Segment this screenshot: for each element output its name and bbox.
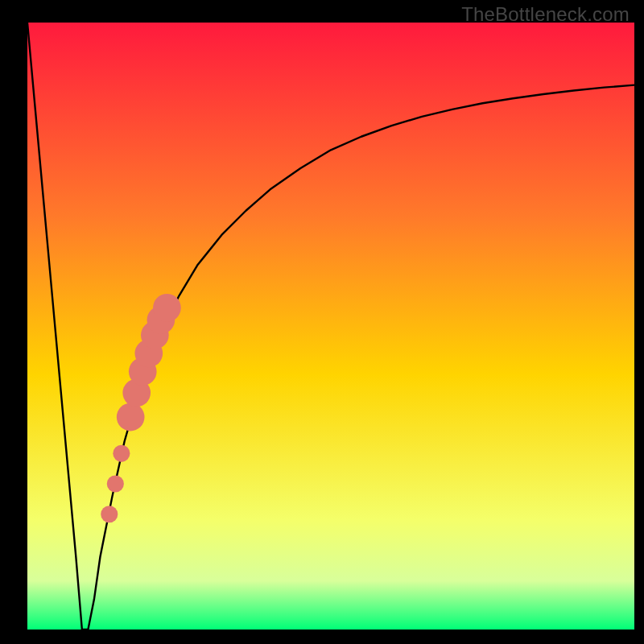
marker-dot — [107, 475, 124, 492]
marker-dot — [117, 403, 145, 431]
bottleneck-chart — [0, 0, 644, 644]
marker-dot — [153, 294, 181, 322]
marker-dot — [101, 506, 118, 522]
chart-frame: TheBottleneck.com — [0, 0, 644, 644]
watermark-text: TheBottleneck.com — [461, 3, 630, 26]
marker-dot — [113, 445, 130, 462]
gradient-background — [27, 23, 634, 630]
